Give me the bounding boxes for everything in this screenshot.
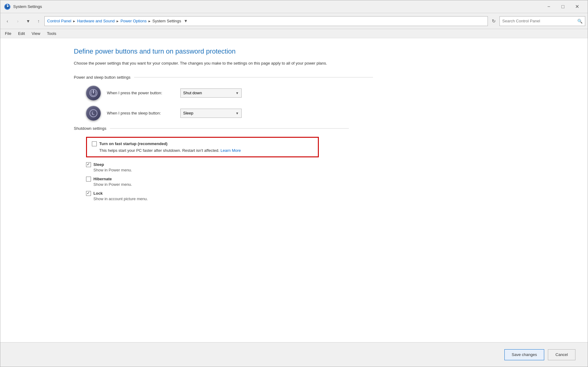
refresh-button[interactable]: ↻	[489, 17, 498, 26]
power-button-value: Shut down	[183, 91, 202, 95]
search-box: 🔍	[499, 16, 585, 26]
maximize-button[interactable]: □	[556, 2, 570, 12]
learn-more-link[interactable]: Learn More	[221, 148, 241, 153]
power-sleep-section-label: Power and sleep button settings	[74, 75, 130, 80]
breadcrumb-current: System Settings	[153, 19, 181, 23]
sleep-button-value: Sleep	[183, 111, 193, 115]
breadcrumb-bar: Control Panel ► Hardware and Sound ► Pow…	[44, 16, 488, 26]
dropdown-history-button[interactable]: ▼	[24, 17, 33, 26]
power-button-row: When I press the power button: Shut down…	[74, 86, 575, 100]
save-changes-button[interactable]: Save changes	[504, 349, 544, 360]
shutdown-section-header: Shutdown settings	[74, 126, 575, 131]
page-title: Define power buttons and turn on passwor…	[74, 47, 575, 55]
window-title: System Settings	[13, 4, 542, 9]
minimize-button[interactable]: −	[542, 2, 556, 12]
fast-startup-checkbox[interactable]	[92, 141, 97, 146]
section-divider	[134, 77, 373, 77]
back-button[interactable]: ‹	[3, 17, 12, 26]
power-sleep-section-header: Power and sleep button settings	[74, 75, 575, 80]
power-button-label: When I press the power button:	[107, 91, 174, 95]
sleep-button-arrow: ▼	[236, 111, 239, 115]
footer-bar: Save changes Cancel	[0, 342, 588, 367]
forward-button[interactable]: ›	[13, 17, 22, 26]
menu-view[interactable]: View	[28, 30, 43, 37]
up-button[interactable]: ↑	[34, 17, 43, 26]
hibernate-option-desc: Show in Power menu.	[86, 182, 575, 187]
sleep-option-label: Sleep	[93, 162, 104, 167]
sleep-button-row: When I press the sleep button: Sleep ▼	[74, 106, 575, 121]
svg-point-5	[90, 110, 97, 117]
lock-option-label: Lock	[93, 191, 103, 196]
power-button-dropdown[interactable]: Shut down ▼	[180, 88, 242, 98]
sleep-option-desc: Show in Power menu.	[86, 168, 575, 172]
sleep-button-dropdown[interactable]: Sleep ▼	[180, 109, 242, 118]
menu-bar: File Edit View Tools	[0, 29, 588, 38]
menu-file[interactable]: File	[2, 30, 15, 37]
fast-startup-row: Turn on fast startup (recommended)	[92, 141, 313, 146]
sleep-option-checkbox[interactable]	[86, 162, 91, 167]
shutdown-section-divider	[110, 128, 349, 129]
hibernate-option-row: Hibernate Show in Power menu.	[86, 177, 575, 187]
window: System Settings − □ ✕ ‹ › ▼ ↑ Control Pa…	[0, 0, 588, 367]
fast-startup-label: Turn on fast startup (recommended)	[99, 141, 168, 146]
fast-startup-box: Turn on fast startup (recommended) This …	[86, 137, 319, 157]
window-icon	[4, 3, 11, 10]
page-description: Choose the power settings that you want …	[74, 60, 349, 66]
breadcrumb-hardware-sound[interactable]: Hardware and Sound	[77, 19, 115, 23]
window-controls: − □ ✕	[542, 2, 584, 12]
lock-option-desc: Show in account picture menu.	[86, 197, 575, 201]
power-button-icon	[86, 86, 101, 100]
shutdown-section-label: Shutdown settings	[74, 126, 106, 131]
search-input[interactable]	[502, 19, 577, 23]
menu-edit[interactable]: Edit	[15, 30, 28, 37]
content-area: Define power buttons and turn on passwor…	[0, 38, 588, 342]
sleep-option-row: Sleep Show in Power menu.	[86, 162, 575, 172]
power-button-arrow: ▼	[236, 91, 239, 95]
cancel-button[interactable]: Cancel	[548, 349, 575, 360]
address-bar: ‹ › ▼ ↑ Control Panel ► Hardware and Sou…	[0, 13, 588, 29]
fast-startup-description: This helps start your PC faster after sh…	[92, 148, 313, 153]
breadcrumb-control-panel[interactable]: Control Panel	[47, 19, 71, 23]
lock-option-checkbox[interactable]	[86, 191, 91, 196]
hibernate-option-checkbox[interactable]	[86, 177, 91, 182]
title-bar: System Settings − □ ✕	[0, 0, 588, 13]
shutdown-section: Shutdown settings Turn on fast startup (…	[74, 126, 575, 201]
close-button[interactable]: ✕	[570, 2, 584, 12]
breadcrumb-power-options[interactable]: Power Options	[120, 19, 146, 23]
sleep-button-label: When I press the sleep button:	[107, 111, 174, 115]
search-button[interactable]: 🔍	[577, 19, 582, 24]
lock-option-row: Lock Show in account picture menu.	[86, 191, 575, 201]
breadcrumb-dropdown-button[interactable]: ▼	[183, 17, 189, 25]
hibernate-option-label: Hibernate	[93, 177, 112, 181]
sleep-button-icon	[86, 106, 101, 121]
menu-tools[interactable]: Tools	[43, 30, 59, 37]
